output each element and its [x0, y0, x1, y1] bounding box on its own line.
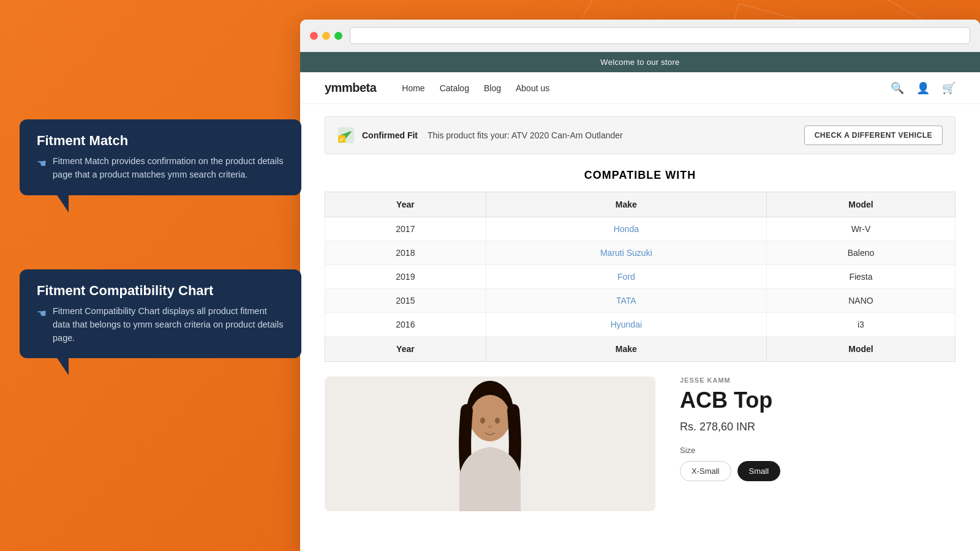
- fitment-compatibility-tooltip: Fitment Compatibility Chart ☚ Fitment Co…: [20, 269, 301, 358]
- store-nav: ymmbeta Home Catalog Blog About us 🔍 👤 🛒: [300, 72, 980, 104]
- cell-make: Honda: [486, 217, 766, 241]
- browser-traffic-lights: [310, 32, 342, 40]
- cell-model: Wr-V: [766, 217, 955, 241]
- col-make-header: Make: [486, 192, 766, 217]
- svg-point-6: [480, 418, 485, 424]
- address-bar[interactable]: [350, 27, 970, 44]
- cell-model: Baleno: [766, 241, 955, 265]
- compatible-title: COMPATIBLE WITH: [325, 169, 956, 182]
- size-label: Size: [680, 446, 956, 455]
- product-name: ACB Top: [680, 388, 956, 413]
- close-button[interactable]: [310, 32, 318, 40]
- product-price: Rs. 278,60 INR: [680, 421, 956, 433]
- svg-text:✓: ✓: [339, 137, 344, 143]
- cell-year: 2015: [325, 289, 486, 313]
- cell-make: Hyundai: [486, 313, 766, 337]
- cell-year: 2016: [325, 313, 486, 337]
- nav-icons: 🔍 👤 🛒: [891, 81, 956, 95]
- size-options: X-Small Small: [680, 461, 956, 481]
- store-banner: Welcome to our store: [300, 52, 980, 72]
- col-model-header: Model: [766, 192, 955, 217]
- tooltip1-title: Fitment Match: [37, 133, 284, 149]
- compatibility-table: Year Make Model 2017HondaWr-V2018Maruti …: [325, 192, 956, 362]
- browser-window: Welcome to our store ymmbeta Home Catalo…: [300, 20, 980, 551]
- tooltip1-description: Fitment Match provides confirmation on t…: [53, 155, 284, 182]
- table-row: 2018Maruti SuzukiBaleno: [325, 241, 956, 265]
- col-model-footer: Model: [766, 337, 955, 362]
- confirmed-fit-icon: ✓: [337, 127, 355, 144]
- account-icon[interactable]: 👤: [916, 81, 930, 95]
- table-row: 2016Hyundaii3: [325, 313, 956, 337]
- table-row: 2015TATANANO: [325, 289, 956, 313]
- product-info: JESSE KAMM ACB Top Rs. 278,60 INR Size X…: [680, 377, 956, 511]
- product-image: [325, 377, 655, 511]
- product-person-illustration: [441, 377, 539, 511]
- svg-point-7: [495, 418, 500, 424]
- check-vehicle-button[interactable]: CHECK A DIFFERENT VEHICLE: [804, 126, 943, 145]
- nav-blog[interactable]: Blog: [484, 83, 501, 93]
- browser-chrome: [300, 20, 980, 52]
- size-xsmall[interactable]: X-Small: [680, 461, 731, 481]
- col-year-footer: Year: [325, 337, 486, 362]
- col-make-footer: Make: [486, 337, 766, 362]
- maximize-button[interactable]: [334, 32, 342, 40]
- arrow-left-icon-2: ☚: [37, 305, 47, 322]
- cell-model: NANO: [766, 289, 955, 313]
- cell-year: 2017: [325, 217, 486, 241]
- arrow-left-icon: ☚: [37, 156, 47, 172]
- product-brand: JESSE KAMM: [680, 377, 956, 384]
- store-logo: ymmbeta: [325, 81, 376, 95]
- cell-make: Maruti Suzuki: [486, 241, 766, 265]
- cell-make: Ford: [486, 265, 766, 289]
- table-row: 2019FordFiesta: [325, 265, 956, 289]
- fitment-match-tooltip: Fitment Match ☚ Fitment Match provides c…: [20, 119, 301, 195]
- search-icon[interactable]: 🔍: [891, 81, 904, 95]
- store-content: ✓ Confirmed Fit This product fits your: …: [300, 104, 980, 551]
- cell-year: 2019: [325, 265, 486, 289]
- minimize-button[interactable]: [322, 32, 330, 40]
- cell-year: 2018: [325, 241, 486, 265]
- tooltip2-description: Fitment Compatibility Chart displays all…: [53, 305, 284, 345]
- cell-model: i3: [766, 313, 955, 337]
- nav-about[interactable]: About us: [516, 83, 549, 93]
- cell-model: Fiesta: [766, 265, 955, 289]
- tooltip2-title: Fitment Compatibility Chart: [37, 283, 284, 299]
- col-year-header: Year: [325, 192, 486, 217]
- svg-point-8: [488, 425, 492, 428]
- table-row: 2017HondaWr-V: [325, 217, 956, 241]
- cell-make: TATA: [486, 289, 766, 313]
- confirmed-fit-bar: ✓ Confirmed Fit This product fits your: …: [325, 116, 956, 154]
- banner-text: Welcome to our store: [600, 58, 679, 67]
- nav-catalog[interactable]: Catalog: [440, 83, 469, 93]
- size-small[interactable]: Small: [737, 461, 781, 481]
- cart-icon[interactable]: 🛒: [942, 81, 956, 95]
- confirmed-fit-label: Confirmed Fit: [362, 130, 418, 140]
- nav-links: Home Catalog Blog About us: [402, 83, 871, 93]
- product-section: JESSE KAMM ACB Top Rs. 278,60 INR Size X…: [325, 377, 956, 511]
- confirmed-fit-description: This product fits your: ATV 2020 Can-Am …: [428, 130, 797, 140]
- nav-home[interactable]: Home: [402, 83, 424, 93]
